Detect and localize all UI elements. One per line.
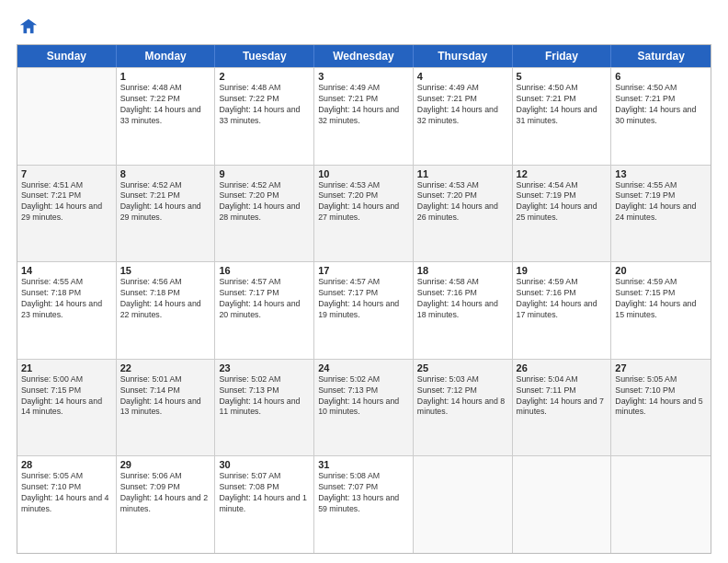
day-number: 28 xyxy=(21,459,112,470)
day-info: Sunrise: 4:54 AMSunset: 7:19 PMDaylight:… xyxy=(517,180,608,224)
day-number: 13 xyxy=(615,168,707,179)
day-number: 2 xyxy=(219,71,310,82)
day-info: Sunrise: 4:58 AMSunset: 7:16 PMDaylight:… xyxy=(417,277,508,321)
calendar-day-cell: 17 Sunrise: 4:57 AMSunset: 7:17 PMDaylig… xyxy=(314,262,414,359)
day-number: 16 xyxy=(219,265,310,276)
day-info: Sunrise: 5:00 AMSunset: 7:15 PMDaylight:… xyxy=(21,374,112,419)
calendar-day-cell: 5 Sunrise: 4:50 AMSunset: 7:21 PMDayligh… xyxy=(513,68,612,165)
calendar-day-cell: 3 Sunrise: 4:49 AMSunset: 7:21 PMDayligh… xyxy=(314,68,414,165)
calendar-header-cell: Monday xyxy=(117,45,216,67)
calendar-day-cell: 24 Sunrise: 5:02 AMSunset: 7:13 PMDaylig… xyxy=(314,360,414,456)
calendar-day-cell: 7 Sunrise: 4:51 AMSunset: 7:21 PMDayligh… xyxy=(17,166,117,262)
day-info: Sunrise: 5:02 AMSunset: 7:13 PMDaylight:… xyxy=(219,374,310,419)
day-info: Sunrise: 5:05 AMSunset: 7:10 PMDaylight:… xyxy=(21,471,112,515)
day-info: Sunrise: 5:04 AMSunset: 7:11 PMDaylight:… xyxy=(517,374,608,419)
day-info: Sunrise: 5:03 AMSunset: 7:12 PMDaylight:… xyxy=(417,374,508,419)
calendar-week-row: 28 Sunrise: 5:05 AMSunset: 7:10 PMDaylig… xyxy=(17,455,711,553)
day-number: 25 xyxy=(417,362,508,373)
calendar-day-cell: 10 Sunrise: 4:53 AMSunset: 7:20 PMDaylig… xyxy=(314,166,414,262)
day-number: 1 xyxy=(120,71,211,82)
calendar: SundayMondayTuesdayWednesdayThursdayFrid… xyxy=(17,44,711,554)
calendar-week-row: 1 Sunrise: 4:48 AMSunset: 7:22 PMDayligh… xyxy=(17,67,711,165)
calendar-day-cell: 25 Sunrise: 5:03 AMSunset: 7:12 PMDaylig… xyxy=(414,360,513,456)
header xyxy=(17,17,711,37)
day-number: 27 xyxy=(615,362,707,373)
day-info: Sunrise: 4:49 AMSunset: 7:21 PMDaylight:… xyxy=(318,83,409,127)
calendar-week-row: 7 Sunrise: 4:51 AMSunset: 7:21 PMDayligh… xyxy=(17,165,711,262)
calendar-day-cell: 20 Sunrise: 4:59 AMSunset: 7:15 PMDaylig… xyxy=(611,262,711,359)
day-number: 14 xyxy=(21,265,112,276)
day-number: 30 xyxy=(219,459,310,470)
day-info: Sunrise: 4:52 AMSunset: 7:20 PMDaylight:… xyxy=(219,180,310,224)
calendar-week-row: 14 Sunrise: 4:55 AMSunset: 7:18 PMDaylig… xyxy=(17,261,711,359)
calendar-week-row: 21 Sunrise: 5:00 AMSunset: 7:15 PMDaylig… xyxy=(17,359,711,456)
day-number: 17 xyxy=(318,265,409,276)
calendar-header-cell: Tuesday xyxy=(215,45,314,67)
day-number: 6 xyxy=(615,71,707,82)
calendar-day-cell: 30 Sunrise: 5:07 AMSunset: 7:08 PMDaylig… xyxy=(215,456,314,553)
calendar-day-cell: 12 Sunrise: 4:54 AMSunset: 7:19 PMDaylig… xyxy=(513,166,612,262)
day-info: Sunrise: 4:50 AMSunset: 7:21 PMDaylight:… xyxy=(517,83,608,127)
calendar-header: SundayMondayTuesdayWednesdayThursdayFrid… xyxy=(17,45,711,67)
day-info: Sunrise: 4:57 AMSunset: 7:17 PMDaylight:… xyxy=(219,277,310,321)
day-number: 19 xyxy=(517,265,608,276)
logo xyxy=(17,17,39,37)
logo-icon xyxy=(18,17,39,37)
day-number: 5 xyxy=(517,71,608,82)
day-info: Sunrise: 5:02 AMSunset: 7:13 PMDaylight:… xyxy=(318,374,409,419)
calendar-day-cell: 6 Sunrise: 4:50 AMSunset: 7:21 PMDayligh… xyxy=(611,68,711,165)
day-number: 26 xyxy=(517,362,608,373)
day-info: Sunrise: 4:56 AMSunset: 7:18 PMDaylight:… xyxy=(120,277,211,321)
calendar-day-cell: 9 Sunrise: 4:52 AMSunset: 7:20 PMDayligh… xyxy=(215,166,314,262)
day-info: Sunrise: 5:05 AMSunset: 7:10 PMDaylight:… xyxy=(615,374,707,419)
day-info: Sunrise: 4:55 AMSunset: 7:19 PMDaylight:… xyxy=(615,180,707,224)
day-info: Sunrise: 4:53 AMSunset: 7:20 PMDaylight:… xyxy=(318,180,409,224)
calendar-day-cell: 1 Sunrise: 4:48 AMSunset: 7:22 PMDayligh… xyxy=(117,68,216,165)
day-info: Sunrise: 4:51 AMSunset: 7:21 PMDaylight:… xyxy=(21,180,112,224)
calendar-day-cell xyxy=(17,68,117,165)
calendar-header-cell: Wednesday xyxy=(314,45,414,67)
calendar-day-cell xyxy=(414,456,513,553)
calendar-day-cell: 22 Sunrise: 5:01 AMSunset: 7:14 PMDaylig… xyxy=(117,360,216,456)
calendar-day-cell: 28 Sunrise: 5:05 AMSunset: 7:10 PMDaylig… xyxy=(17,456,117,553)
day-info: Sunrise: 4:53 AMSunset: 7:20 PMDaylight:… xyxy=(417,180,508,224)
day-number: 10 xyxy=(318,168,409,179)
day-number: 29 xyxy=(120,459,211,470)
day-number: 31 xyxy=(318,459,409,470)
calendar-header-cell: Saturday xyxy=(611,45,711,67)
calendar-day-cell: 15 Sunrise: 4:56 AMSunset: 7:18 PMDaylig… xyxy=(117,262,216,359)
calendar-day-cell: 21 Sunrise: 5:00 AMSunset: 7:15 PMDaylig… xyxy=(17,360,117,456)
day-info: Sunrise: 4:57 AMSunset: 7:17 PMDaylight:… xyxy=(318,277,409,321)
calendar-day-cell xyxy=(611,456,711,553)
calendar-day-cell: 8 Sunrise: 4:52 AMSunset: 7:21 PMDayligh… xyxy=(117,166,216,262)
day-info: Sunrise: 5:08 AMSunset: 7:07 PMDaylight:… xyxy=(318,471,409,515)
day-number: 8 xyxy=(120,168,211,179)
calendar-day-cell: 2 Sunrise: 4:48 AMSunset: 7:22 PMDayligh… xyxy=(215,68,314,165)
calendar-day-cell: 18 Sunrise: 4:58 AMSunset: 7:16 PMDaylig… xyxy=(414,262,513,359)
calendar-day-cell: 29 Sunrise: 5:06 AMSunset: 7:09 PMDaylig… xyxy=(117,456,216,553)
page: SundayMondayTuesdayWednesdayThursdayFrid… xyxy=(0,0,728,563)
day-info: Sunrise: 4:59 AMSunset: 7:15 PMDaylight:… xyxy=(615,277,707,321)
day-info: Sunrise: 4:50 AMSunset: 7:21 PMDaylight:… xyxy=(615,83,707,127)
calendar-day-cell: 31 Sunrise: 5:08 AMSunset: 7:07 PMDaylig… xyxy=(314,456,414,553)
day-info: Sunrise: 4:48 AMSunset: 7:22 PMDaylight:… xyxy=(219,83,310,127)
calendar-day-cell: 23 Sunrise: 5:02 AMSunset: 7:13 PMDaylig… xyxy=(215,360,314,456)
day-info: Sunrise: 5:01 AMSunset: 7:14 PMDaylight:… xyxy=(120,374,211,419)
day-info: Sunrise: 4:52 AMSunset: 7:21 PMDaylight:… xyxy=(120,180,211,224)
day-number: 23 xyxy=(219,362,310,373)
day-number: 11 xyxy=(417,168,508,179)
calendar-day-cell: 11 Sunrise: 4:53 AMSunset: 7:20 PMDaylig… xyxy=(414,166,513,262)
calendar-day-cell xyxy=(513,456,612,553)
calendar-day-cell: 26 Sunrise: 5:04 AMSunset: 7:11 PMDaylig… xyxy=(513,360,612,456)
day-info: Sunrise: 5:06 AMSunset: 7:09 PMDaylight:… xyxy=(120,471,211,515)
day-info: Sunrise: 4:55 AMSunset: 7:18 PMDaylight:… xyxy=(21,277,112,321)
day-number: 9 xyxy=(219,168,310,179)
calendar-header-cell: Friday xyxy=(513,45,612,67)
calendar-day-cell: 19 Sunrise: 4:59 AMSunset: 7:16 PMDaylig… xyxy=(513,262,612,359)
day-info: Sunrise: 4:48 AMSunset: 7:22 PMDaylight:… xyxy=(120,83,211,127)
day-number: 4 xyxy=(417,71,508,82)
day-number: 18 xyxy=(417,265,508,276)
calendar-day-cell: 4 Sunrise: 4:49 AMSunset: 7:21 PMDayligh… xyxy=(414,68,513,165)
day-info: Sunrise: 4:59 AMSunset: 7:16 PMDaylight:… xyxy=(517,277,608,321)
day-number: 21 xyxy=(21,362,112,373)
